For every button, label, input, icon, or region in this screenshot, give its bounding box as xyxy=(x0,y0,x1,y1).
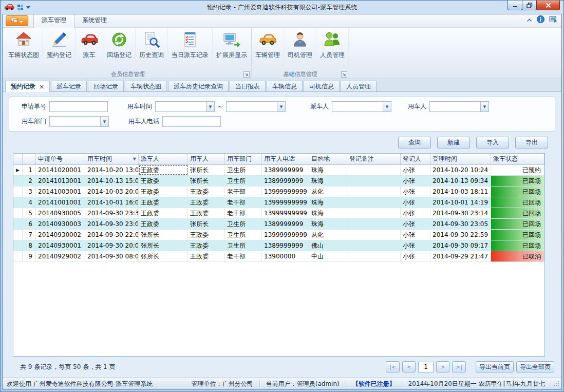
doc-tab-5[interactable]: 派车历史记录查询 xyxy=(168,81,229,91)
query-button[interactable]: 查询 xyxy=(398,137,431,148)
extend-screen-button[interactable]: 扩展屏显示 xyxy=(213,28,251,70)
driver-manage-button[interactable]: 司机管理 xyxy=(284,28,316,70)
cell-registrar[interactable]: 小张 xyxy=(401,208,430,218)
cell-remark[interactable] xyxy=(347,186,401,197)
cell-order_no[interactable]: 20141013001 xyxy=(36,176,85,186)
export-button[interactable]: 导出 xyxy=(515,137,548,148)
reservation-register-button[interactable]: 预约登记 xyxy=(43,28,76,70)
cell-destination[interactable]: 珠海 xyxy=(309,219,347,229)
last-page-button[interactable]: >| xyxy=(452,361,466,372)
cell-accept_time[interactable]: 2014-09-30 09:17 xyxy=(430,240,491,251)
cell-status[interactable]: 已取消 xyxy=(491,251,544,262)
cell-order_no[interactable]: 20140929002 xyxy=(36,251,85,262)
cell-phone[interactable]: 13999999999 xyxy=(262,186,309,197)
column-header-status[interactable]: 派车状态 xyxy=(491,154,544,164)
cell-user[interactable]: 王政委 xyxy=(188,230,225,240)
cell-use_time[interactable]: 2014-10-01 16:00 xyxy=(85,197,139,208)
cell-phone[interactable]: 1389999999 xyxy=(262,165,309,175)
dropdown-arrow-icon[interactable] xyxy=(26,6,30,9)
cell-department[interactable]: 卫生所 xyxy=(225,219,262,229)
import-button[interactable]: 导入 xyxy=(476,137,509,148)
cell-registrar[interactable]: 小张 xyxy=(401,230,430,240)
cell-user[interactable]: 王政委 xyxy=(188,208,225,218)
cell-department[interactable]: 卫生所 xyxy=(225,176,262,186)
doc-tab-4[interactable]: 车辆状态图 xyxy=(125,81,167,91)
dialog-launcher-icon[interactable] xyxy=(341,71,347,78)
prev-page-button[interactable]: < xyxy=(402,361,416,372)
cell-phone[interactable]: 13900000 xyxy=(262,251,309,262)
cell-registrar[interactable]: 小张 xyxy=(401,240,430,251)
combo-arrow-icon[interactable]: ▼ xyxy=(480,102,488,111)
history-query-button[interactable]: 历史查询 xyxy=(136,28,168,70)
cell-user[interactable]: 张所长 xyxy=(188,176,225,186)
column-header-phone[interactable]: 用车人电话 xyxy=(262,154,309,164)
cell-accept_time[interactable]: 2014-10-01 14:19 xyxy=(430,197,491,208)
cell-remark[interactable] xyxy=(347,240,401,251)
cell-dispatcher[interactable]: 王政委 xyxy=(139,219,188,229)
table-row[interactable]: 8201409300012014-09-30 20:00张所长王政委卫生所138… xyxy=(13,240,544,251)
cell-status[interactable]: 已回场 xyxy=(491,197,544,208)
cell-phone[interactable]: 13999999999 xyxy=(262,230,309,240)
restore-button[interactable] xyxy=(522,1,537,10)
cell-remark[interactable] xyxy=(347,219,401,229)
cell-destination[interactable]: 佛山 xyxy=(309,240,347,251)
cell-registrar[interactable]: 小张 xyxy=(401,186,430,197)
cell-remark[interactable] xyxy=(347,208,401,218)
cell-status[interactable]: 已预约 xyxy=(491,165,544,175)
cell-use_time[interactable]: 2014-10-03 20:00 xyxy=(85,186,139,197)
dispatcher-combo[interactable]: ▼ xyxy=(332,101,391,112)
cell-dispatcher[interactable]: 王政委 xyxy=(139,186,188,197)
close-button[interactable] xyxy=(536,1,560,10)
collapse-ribbon-icon[interactable] xyxy=(527,16,532,24)
dialog-launcher-icon[interactable] xyxy=(243,71,250,78)
cell-destination[interactable]: 从化 xyxy=(309,186,347,197)
cell-order_no[interactable]: 20141020001 xyxy=(36,165,85,175)
cell-dispatcher[interactable]: 王政委 xyxy=(139,197,188,208)
cell-department[interactable]: 卫生所 xyxy=(225,230,262,240)
cell-destination[interactable]: 珠海 xyxy=(309,197,347,208)
cell-use_time[interactable]: 2014-09-30 23:30 xyxy=(85,208,139,218)
phone-input[interactable] xyxy=(162,116,221,127)
cell-order_no[interactable]: 20140930001 xyxy=(36,240,85,251)
order-no-input[interactable] xyxy=(49,101,108,112)
cell-use_time[interactable]: 2014-09-30 22:00 xyxy=(85,230,139,240)
cell-status[interactable]: 已回场 xyxy=(491,219,544,229)
cell-registrar[interactable]: 小张 xyxy=(401,219,430,229)
export-current-page-button[interactable]: 导出当前页 xyxy=(476,361,514,372)
cell-phone[interactable]: 1389999999 xyxy=(262,240,309,251)
cell-accept_time[interactable]: 2014-09-30 23:05 xyxy=(430,219,491,229)
vehicle-manage-button[interactable]: 车辆管理 xyxy=(252,28,284,70)
column-header-user[interactable]: 用车人 xyxy=(188,154,225,164)
application-menu-button[interactable] xyxy=(6,15,28,26)
table-row[interactable]: 3201410030012014-10-03 20:00王政委王政委老干部139… xyxy=(13,186,544,197)
column-header-dispatcher[interactable]: 派车人 xyxy=(139,154,188,164)
cell-status[interactable]: 已回场 xyxy=(491,186,544,197)
cell-user[interactable]: 王政委 xyxy=(188,186,225,197)
cell-use_time[interactable]: 2014-09-30 23:00 xyxy=(85,219,139,229)
help-icon[interactable] xyxy=(537,15,544,25)
user-combo[interactable]: ▼ xyxy=(429,101,489,112)
cell-use_time[interactable]: 2014-10-20 13:00 xyxy=(85,165,139,175)
cell-department[interactable]: 卫生所 xyxy=(225,165,262,175)
combo-arrow-icon[interactable]: ▼ xyxy=(206,102,214,111)
cell-accept_time[interactable]: 2014-09-29 21:47 xyxy=(430,251,491,262)
table-row[interactable]: ▶1201410200012014-10-20 13:00王政委张所长卫生所13… xyxy=(13,165,544,176)
vehicle-status-button[interactable]: 车辆状态图 xyxy=(5,28,43,70)
dispatch-button[interactable]: 派车 xyxy=(76,28,103,70)
cell-department[interactable]: 老干部 xyxy=(225,251,262,262)
cell-order_no[interactable]: 20141001001 xyxy=(36,197,85,208)
ribbon-tab-dispatch[interactable]: 派车管理 xyxy=(33,14,74,28)
cell-dispatcher[interactable]: 张所长 xyxy=(139,230,188,240)
cell-use_time[interactable]: 2014-09-30 20:00 xyxy=(85,240,139,251)
combo-arrow-icon[interactable]: ▼ xyxy=(100,117,108,126)
use-time-to-combo[interactable]: ▼ xyxy=(226,101,286,112)
column-header-registrar[interactable]: 登记人 xyxy=(401,154,430,164)
cell-department[interactable]: 老干部 xyxy=(225,208,262,218)
first-page-button[interactable]: |< xyxy=(386,361,400,372)
daily-dispatch-record-button[interactable]: 当日派车记录 xyxy=(168,28,213,70)
cell-dispatcher[interactable]: 王政委 xyxy=(139,176,188,186)
cell-order_no[interactable]: 20140930005 xyxy=(36,208,85,218)
table-row[interactable]: 4201410010012014-10-01 16:00王政委王政委老干部139… xyxy=(13,197,544,208)
cell-registrar[interactable]: 小张 xyxy=(401,251,430,262)
table-row[interactable]: 7201409300022014-09-30 22:00张所长王政委卫生所139… xyxy=(13,230,544,240)
